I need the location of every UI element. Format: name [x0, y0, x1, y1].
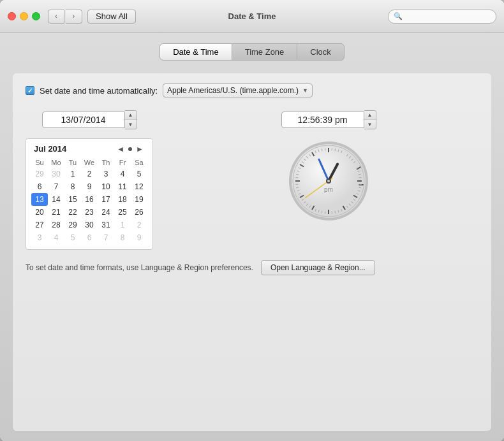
clock-face-svg: pm — [287, 140, 370, 222]
show-all-button[interactable]: Show All — [87, 10, 136, 24]
calendar-day[interactable]: 12 — [131, 180, 147, 193]
content-area: Date & Time Time Zone Clock Set date and… — [0, 33, 504, 441]
calendar-day[interactable]: 1 — [64, 168, 81, 180]
calendar-day[interactable]: 20 — [31, 206, 48, 219]
date-decrement-button[interactable]: ▼ — [125, 120, 137, 129]
search-box[interactable]: 🔍 — [388, 10, 496, 24]
date-section: 13/07/2014 ▲ ▼ Jul 2014 ◄ — [26, 110, 153, 250]
cal-header-th: Th — [98, 157, 114, 168]
calendar-day[interactable]: 11 — [114, 180, 131, 193]
traffic-lights — [8, 12, 40, 20]
calendar-day[interactable]: 29 — [31, 168, 48, 180]
minimize-button[interactable] — [20, 12, 28, 20]
calendar-dot-icon — [128, 147, 132, 151]
calendar-day[interactable]: 6 — [31, 180, 48, 193]
date-stepper-buttons: ▲ ▼ — [125, 110, 137, 129]
calendar-day[interactable]: 29 — [64, 219, 81, 231]
calendar-day[interactable]: 30 — [48, 168, 64, 180]
calendar-day[interactable]: 4 — [114, 168, 131, 180]
tab-time-zone[interactable]: Time Zone — [232, 44, 298, 60]
calendar-grid: Su Mo Tu We Th Fr Sa 2930123456 — [31, 157, 147, 244]
date-increment-button[interactable]: ▲ — [125, 111, 137, 120]
tab-clock[interactable]: Clock — [297, 44, 344, 60]
calendar-day[interactable]: 3 — [98, 168, 114, 180]
back-button[interactable]: ‹ — [48, 10, 64, 24]
calendar-month-year: Jul 2014 — [34, 144, 66, 154]
calendar-day[interactable]: 15 — [64, 193, 81, 206]
dropdown-arrow-icon: ▼ — [302, 87, 308, 94]
calendar-day[interactable]: 7 — [48, 180, 64, 193]
cal-header-tu: Tu — [64, 157, 81, 168]
calendar: Jul 2014 ◄ ► Su Mo — [26, 138, 153, 250]
calendar-day[interactable]: 25 — [114, 206, 131, 219]
cal-header-fr: Fr — [114, 157, 131, 168]
search-input[interactable] — [405, 12, 491, 21]
main-window: ‹ › Show All Date & Time 🔍 Date & Time T… — [0, 0, 504, 441]
calendar-prev-button[interactable]: ◄ — [115, 145, 126, 154]
time-decrement-button[interactable]: ▼ — [364, 120, 376, 129]
calendar-day[interactable]: 26 — [131, 206, 147, 219]
cal-header-sa: Sa — [131, 157, 147, 168]
auto-set-row: Set date and time automatically: Apple A… — [26, 83, 478, 98]
open-language-region-button[interactable]: Open Language & Region... — [261, 260, 375, 275]
calendar-day[interactable]: 17 — [98, 193, 114, 206]
calendar-day[interactable]: 24 — [98, 206, 114, 219]
cal-header-we: We — [81, 157, 98, 168]
calendar-day[interactable]: 3 — [31, 231, 48, 244]
calendar-day[interactable]: 19 — [131, 193, 147, 206]
tab-date-time[interactable]: Date & Time — [160, 44, 232, 60]
svg-text:pm: pm — [324, 186, 333, 193]
calendar-day[interactable]: 8 — [64, 180, 81, 193]
calendar-day[interactable]: 21 — [48, 206, 64, 219]
calendar-day[interactable]: 8 — [114, 231, 131, 244]
close-button[interactable] — [8, 12, 16, 20]
time-stepper-buttons: ▲ ▼ — [364, 110, 376, 129]
date-input[interactable]: 13/07/2014 — [42, 112, 125, 128]
calendar-day[interactable]: 10 — [98, 180, 114, 193]
server-dropdown[interactable]: Apple Americas/U.S. (time.apple.com.) ▼ — [163, 83, 313, 98]
calendar-day[interactable]: 14 — [48, 193, 64, 206]
calendar-day[interactable]: 9 — [81, 180, 98, 193]
calendar-day[interactable]: 2 — [131, 219, 147, 231]
calendar-day[interactable]: 7 — [98, 231, 114, 244]
nav-buttons: ‹ › — [48, 10, 82, 24]
calendar-day[interactable]: 6 — [81, 231, 98, 244]
calendar-day[interactable]: 30 — [81, 219, 98, 231]
calendar-nav: ◄ ► — [115, 145, 145, 154]
calendar-header: Jul 2014 ◄ ► — [31, 144, 147, 154]
tabs-container: Date & Time Time Zone Clock — [13, 43, 491, 61]
time-stepper: 12:56:39 pm ▲ ▼ — [281, 110, 376, 129]
calendar-day[interactable]: 22 — [64, 206, 81, 219]
svg-point-68 — [327, 180, 330, 182]
checkbox-container — [26, 86, 34, 95]
datetime-section: 13/07/2014 ▲ ▼ Jul 2014 ◄ — [26, 110, 478, 250]
server-value: Apple Americas/U.S. (time.apple.com.) — [167, 86, 299, 95]
calendar-day[interactable]: 1 — [114, 219, 131, 231]
calendar-day[interactable]: 23 — [81, 206, 98, 219]
auto-set-checkbox[interactable] — [26, 86, 34, 95]
bottom-text: To set date and time formats, use Langua… — [26, 263, 253, 272]
calendar-day[interactable]: 13 — [31, 193, 48, 206]
bottom-bar: To set date and time formats, use Langua… — [26, 250, 478, 275]
time-input[interactable]: 12:56:39 pm — [281, 112, 364, 128]
main-panel: Set date and time automatically: Apple A… — [13, 73, 491, 431]
search-icon: 🔍 — [394, 12, 403, 20]
calendar-day[interactable]: 5 — [64, 231, 81, 244]
time-increment-button[interactable]: ▲ — [364, 111, 376, 120]
calendar-day[interactable]: 28 — [48, 219, 64, 231]
window-title: Date & Time — [228, 11, 276, 21]
calendar-next-button[interactable]: ► — [135, 145, 145, 154]
forward-button[interactable]: › — [66, 10, 82, 24]
cal-header-su: Su — [31, 157, 48, 168]
calendar-day[interactable]: 18 — [114, 193, 131, 206]
calendar-day[interactable]: 5 — [131, 168, 147, 180]
calendar-day[interactable]: 31 — [98, 219, 114, 231]
maximize-button[interactable] — [32, 12, 40, 20]
calendar-day[interactable]: 2 — [81, 168, 98, 180]
calendar-day[interactable]: 9 — [131, 231, 147, 244]
cal-header-mo: Mo — [48, 157, 64, 168]
auto-set-label: Set date and time automatically: — [40, 86, 158, 96]
calendar-day[interactable]: 4 — [48, 231, 64, 244]
calendar-day[interactable]: 16 — [81, 193, 98, 206]
calendar-day[interactable]: 27 — [31, 219, 48, 231]
